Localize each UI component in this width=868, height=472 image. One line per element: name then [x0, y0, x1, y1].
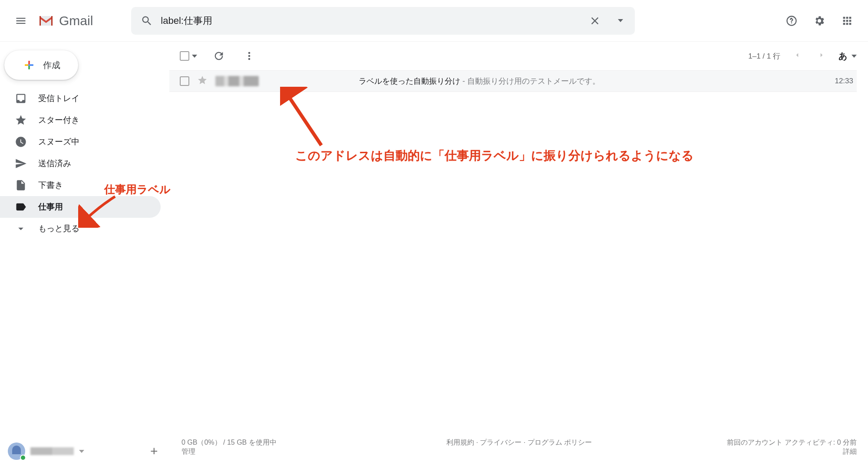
close-icon — [589, 15, 601, 27]
privacy-link[interactable]: プライバシー — [480, 439, 521, 446]
search-options-button[interactable] — [607, 9, 631, 33]
row-star-button[interactable] — [197, 75, 208, 87]
caret-down-icon — [851, 55, 857, 58]
apps-grid-icon — [841, 15, 853, 27]
svg-rect-0 — [28, 64, 30, 66]
sidebar-item-starred[interactable]: スター付き — [0, 109, 161, 131]
input-method-button[interactable]: あ — [838, 50, 857, 62]
sidebar-item-label: スヌーズ中 — [38, 136, 79, 148]
header-actions — [779, 9, 859, 33]
select-all-checkbox[interactable] — [180, 51, 189, 61]
label-icon — [15, 201, 27, 213]
main-panel: 1–1 / 1 行 あ ラベルを使った自動振り分け - 自動振り分 — [169, 42, 868, 472]
inbox-icon — [15, 92, 27, 105]
select-all[interactable] — [180, 51, 197, 61]
activity-details-link[interactable]: 詳細 — [843, 448, 857, 455]
sidebar-item-label: 送信済み — [38, 158, 71, 169]
settings-button[interactable] — [807, 9, 832, 33]
ime-label: あ — [838, 50, 847, 62]
gear-icon — [813, 15, 825, 27]
presence-dot — [20, 455, 26, 461]
email-snippet: - 自動振り分け用のテストメールです。 — [460, 77, 600, 85]
annotation-arrow-sidebar — [78, 193, 122, 228]
chevron-right-icon — [818, 51, 825, 59]
more-button[interactable] — [241, 47, 258, 65]
search-button[interactable] — [135, 9, 159, 33]
sidebar-item-label: 受信トレイ — [38, 93, 79, 104]
hamburger-icon — [15, 15, 27, 27]
file-icon — [15, 179, 27, 191]
email-sender-redacted — [215, 76, 259, 86]
send-icon — [15, 157, 27, 170]
sidebar-item-label: 下書き — [38, 180, 63, 191]
search-icon — [141, 15, 153, 27]
hangouts-menu-button[interactable] — [79, 450, 84, 453]
support-button[interactable] — [779, 9, 804, 33]
email-time: 12:33 — [835, 77, 857, 85]
annotation-arrow-main — [280, 87, 332, 148]
program-policies-link[interactable]: プログラム ポリシー — [528, 439, 592, 446]
footer-activity: 前回のアカウント アクティビティ: 0 分前 詳細 — [727, 438, 857, 456]
toolbar-left — [180, 47, 258, 65]
chevron-down-icon — [15, 223, 27, 235]
email-subject-wrap: ラベルを使った自動振り分け - 自動振り分け用のテストメールです。 — [359, 76, 600, 86]
footer-storage: 0 GB（0%） / 15 GB を使用中 管理 — [182, 438, 277, 456]
toolbar: 1–1 / 1 行 あ — [169, 42, 857, 70]
sidebar-item-inbox[interactable]: 受信トレイ — [0, 88, 161, 109]
clock-icon — [15, 136, 27, 148]
annotation-main-text: このアドレスは自動的に「仕事用ラベル」に振り分けられるようになる — [295, 148, 694, 164]
sidebar: 作成 受信トレイ スター付き スヌーズ中 送信済み 下書き 仕事用 もっと見 — [0, 42, 169, 472]
gmail-logo-icon — [37, 14, 55, 27]
new-chat-button[interactable]: + — [150, 444, 158, 459]
gmail-logo-text: Gmail — [59, 13, 93, 28]
body-area: 作成 受信トレイ スター付き スヌーズ中 送信済み 下書き 仕事用 もっと見 — [0, 42, 868, 472]
sidebar-item-label: もっと見る — [38, 223, 79, 234]
compose-button[interactable]: 作成 — [4, 50, 78, 80]
sidebar-item-sent[interactable]: 送信済み — [0, 153, 161, 174]
hangouts-bar: + — [8, 442, 158, 460]
refresh-icon — [213, 50, 225, 62]
sidebar-item-snoozed[interactable]: スヌーズ中 — [0, 131, 161, 153]
chevron-left-icon — [793, 51, 801, 59]
search-bar — [131, 7, 635, 35]
next-page-button[interactable] — [814, 48, 829, 65]
terms-link[interactable]: 利用規約 — [446, 439, 474, 446]
storage-manage-link[interactable]: 管理 — [182, 448, 195, 455]
caret-down-icon[interactable] — [192, 55, 197, 58]
search-input[interactable] — [159, 15, 583, 26]
user-name-redacted — [30, 447, 74, 455]
footer-links: 利用規約 · プライバシー · プログラム ポリシー — [446, 438, 592, 447]
refresh-button[interactable] — [210, 47, 228, 65]
sidebar-item-label: 仕事用 — [38, 201, 63, 213]
star-outline-icon — [197, 75, 208, 85]
email-subject: ラベルを使った自動振り分け — [359, 77, 460, 85]
more-vert-icon — [243, 50, 255, 62]
page-info: 1–1 / 1 行 — [748, 51, 780, 61]
user-avatar[interactable] — [8, 442, 25, 460]
sidebar-item-label: スター付き — [38, 115, 79, 126]
apps-button[interactable] — [835, 9, 859, 33]
row-checkbox[interactable] — [180, 76, 189, 86]
activity-text: 前回のアカウント アクティビティ: 0 分前 — [727, 438, 857, 447]
plus-icon — [22, 58, 36, 72]
help-icon — [785, 15, 798, 27]
footer: 0 GB（0%） / 15 GB を使用中 管理 利用規約 · プライバシー ·… — [182, 438, 857, 456]
prev-page-button[interactable] — [790, 48, 805, 65]
search-clear-button[interactable] — [583, 9, 607, 33]
main-menu-button[interactable] — [9, 9, 33, 33]
compose-label: 作成 — [43, 59, 60, 71]
storage-text: 0 GB（0%） / 15 GB を使用中 — [182, 438, 277, 447]
header: Gmail — [0, 0, 868, 42]
caret-down-icon — [618, 19, 623, 22]
toolbar-right: 1–1 / 1 行 あ — [748, 48, 857, 65]
gmail-logo[interactable]: Gmail — [37, 13, 93, 28]
star-icon — [15, 114, 27, 126]
email-row[interactable]: ラベルを使った自動振り分け - 自動振り分け用のテストメールです。 12:33 — [169, 70, 857, 92]
